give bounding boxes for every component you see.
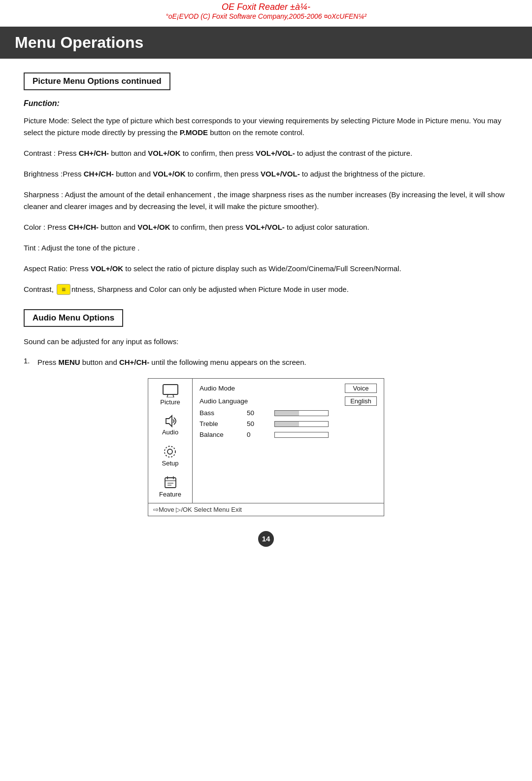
value-balance: 0 bbox=[247, 431, 271, 438]
diagram-footer: ⇨Move ▷/OK Select Menu Exit bbox=[148, 503, 384, 516]
para-contrast: Contrast : Press CH+/CH- button and VOL+… bbox=[24, 147, 508, 159]
para-contrast-note: Contrast, ntness, Sharpness and Color ca… bbox=[24, 284, 508, 295]
item1-content: Press MENU button and CH+/CH- until the … bbox=[37, 356, 508, 368]
diagram-left: Picture Audio Setup bbox=[148, 379, 193, 503]
main-content: Picture Menu Options continued Function:… bbox=[0, 59, 532, 571]
subsection-title: Function: bbox=[24, 99, 508, 108]
bar-balance bbox=[274, 432, 329, 438]
foxit-watermark: OE Foxit Reader ±à¼- °oE¡EVOD (C) Foxit … bbox=[0, 0, 532, 20]
section1-box: Picture Menu Options continued bbox=[24, 72, 170, 90]
foxit-line2: °oE¡EVOD (C) Foxit Software Company,2005… bbox=[0, 12, 532, 20]
diagram-item-setup: Setup bbox=[162, 445, 179, 467]
diagram-right: Audio Mode Voice Audio Language English … bbox=[193, 379, 384, 503]
numbered-item-1: 1. Press MENU button and CH+/CH- until t… bbox=[24, 356, 508, 368]
setup-icon bbox=[163, 445, 177, 459]
highlight-icon bbox=[57, 284, 70, 295]
label-feature: Feature bbox=[159, 491, 181, 498]
row-audio-language: Audio Language English bbox=[200, 396, 377, 406]
section2-box: Audio Menu Options bbox=[24, 309, 123, 327]
label-audio-mode: Audio Mode bbox=[200, 385, 244, 392]
para-tint: Tint : Adjust the tone of the picture . bbox=[24, 242, 508, 254]
row-treble: Treble 50 bbox=[200, 420, 377, 427]
bar-treble bbox=[274, 421, 329, 427]
tv-icon bbox=[162, 384, 179, 397]
diagram-item-audio: Audio bbox=[162, 415, 178, 436]
svg-point-6 bbox=[165, 446, 175, 457]
label-audio: Audio bbox=[162, 428, 178, 436]
audio-intro: Sound can be adjusted for any input as f… bbox=[24, 336, 508, 348]
value-treble: 50 bbox=[247, 420, 271, 427]
header-title: Menu Operations bbox=[15, 34, 143, 51]
svg-marker-4 bbox=[166, 416, 172, 426]
svg-rect-0 bbox=[163, 385, 178, 394]
para-color: Color : Press CH+/CH- button and VOL+/OK… bbox=[24, 221, 508, 233]
bar-treble-fill bbox=[275, 422, 299, 426]
row-balance: Balance 0 bbox=[200, 431, 377, 438]
diagram-body: Picture Audio Setup bbox=[148, 379, 384, 503]
value-audio-mode: Voice bbox=[345, 384, 377, 393]
svg-rect-7 bbox=[165, 478, 176, 488]
header-bar: Menu Operations bbox=[0, 27, 532, 59]
row-bass: Bass 50 bbox=[200, 409, 377, 417]
label-setup: Setup bbox=[162, 460, 179, 467]
para-aspect-ratio: Aspect Ratio: Press VOL+/OK to select th… bbox=[24, 263, 508, 275]
item1-num: 1. bbox=[24, 356, 33, 368]
diagram-item-picture: Picture bbox=[160, 384, 180, 406]
svg-point-5 bbox=[167, 449, 172, 454]
foxit-line1: OE Foxit Reader ±à¼- bbox=[0, 0, 532, 12]
row-audio-mode: Audio Mode Voice bbox=[200, 384, 377, 393]
page-number: 14 bbox=[258, 531, 274, 547]
section1-box-label: Picture Menu Options continued bbox=[33, 76, 162, 86]
label-audio-language: Audio Language bbox=[200, 397, 248, 405]
bar-bass-fill bbox=[275, 411, 299, 416]
diagram-item-feature: Feature bbox=[159, 476, 181, 498]
audio-diagram: Picture Audio Setup bbox=[148, 378, 384, 516]
page-number-container: 14 bbox=[24, 531, 508, 547]
label-picture: Picture bbox=[160, 398, 180, 406]
bar-bass bbox=[274, 410, 329, 416]
label-treble: Treble bbox=[200, 420, 244, 427]
value-audio-language: English bbox=[345, 396, 377, 406]
para-brightness: Brightness :Press CH+/CH- button and VOL… bbox=[24, 168, 508, 180]
section2-box-label: Audio Menu Options bbox=[33, 313, 114, 322]
footer-text: ⇨Move ▷/OK Select Menu Exit bbox=[153, 506, 242, 513]
label-bass: Bass bbox=[200, 409, 244, 417]
label-balance: Balance bbox=[200, 431, 244, 438]
audio-icon bbox=[163, 415, 178, 427]
para-picture-mode: Picture Mode: Select the type of picture… bbox=[24, 115, 508, 139]
para-sharpness: Sharpness : Adjust the amount of the det… bbox=[24, 189, 508, 213]
feature-icon bbox=[164, 476, 177, 490]
value-bass: 50 bbox=[247, 409, 271, 417]
